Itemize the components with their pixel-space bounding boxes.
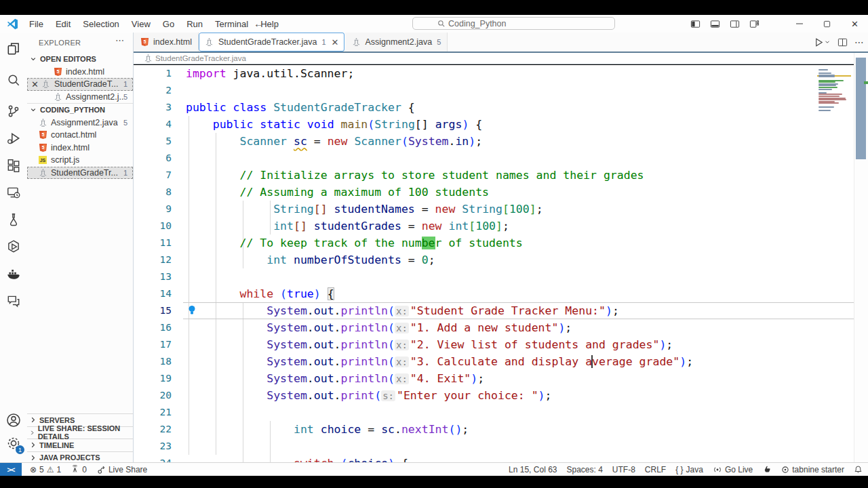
extensions-icon[interactable] [5,157,22,174]
run-debug-icon[interactable] [5,130,22,146]
code-line-20[interactable]: 20 System.out.print(s:"Enter your choice… [134,387,868,404]
tab-bar: 5index.html StudentGradeTracker.java 1 ✕… [134,33,868,52]
error-icon: ⊗ [30,465,37,474]
file-tree-item[interactable]: 5contact.html [27,129,133,142]
back-arrow[interactable]: ← [254,18,264,29]
code-line-1[interactable]: 1 import java.util.Scanner; [134,65,868,82]
code-editor[interactable]: 1 import java.util.Scanner; 2 3 public c… [134,65,868,462]
problems-status[interactable]: ⊗5 ⚠1 [30,465,61,474]
tab-index.html[interactable]: 5index.html [134,33,199,52]
menu-selection[interactable]: Selection [77,19,125,29]
code-line-22[interactable]: 22 int choice = sc.nextInt(); [134,421,868,438]
open-editor-item[interactable]: ✕ StudentGradeT... 1 [27,78,133,91]
code-line-14[interactable]: 14 while (true) { [134,285,868,302]
tabnine-hand-icon[interactable] [762,465,772,474]
menu-run[interactable]: Run [180,19,209,29]
go-live-button[interactable]: Go Live [713,465,753,474]
open-editor-item[interactable]: Assignment2.j... 5 [27,91,133,104]
search-icon[interactable] [5,72,22,88]
code-line-10[interactable]: 10 int[] studentGrades = new int[100]; [134,218,868,235]
file-tree-item[interactable]: 5index.html [27,142,133,155]
code-line-13[interactable]: 13 [134,268,868,285]
ports-status[interactable]: 0 [71,465,87,474]
run-java-button[interactable] [814,37,831,47]
close-icon[interactable]: ✕ [332,37,339,47]
folder-header[interactable]: CODING_PYTHON [27,103,133,117]
explorer-more-actions-icon[interactable]: ⋯ [115,35,125,45]
cursor-position[interactable]: Ln 15, Col 63 [509,465,557,474]
open-editor-item[interactable]: 5index.html [27,66,133,79]
section-live-share-session-details[interactable]: LIVE SHARE: SESSION DETAILS [27,426,133,439]
testing-icon[interactable] [5,211,22,228]
code-line-23[interactable]: 23 [134,438,868,455]
file-tree-item[interactable]: StudentGradeTr... 1 [27,167,133,180]
folder-file-list: Assignment2.java 5 5contact.html 5index.… [27,117,133,180]
remote-explorer-icon[interactable] [5,184,22,201]
code-line-6[interactable]: 6 [134,150,868,167]
tab-StudentGradeTracker.java[interactable]: StudentGradeTracker.java 1 ✕ [199,33,345,52]
tab-Assignment2.java[interactable]: Assignment2.java 5 [345,33,448,52]
code-line-3[interactable]: 3 public class StudentGradeTracker { [134,99,868,116]
code-line-19[interactable]: 19 System.out.println(x:"4. Exit"); [134,370,868,387]
tabnine-status[interactable]: tabnine starter [781,465,844,474]
file-tree-item[interactable]: Assignment2.java 5 [27,117,133,129]
menu-file[interactable]: File [23,19,50,29]
source-control-icon[interactable] [5,103,22,119]
code-line-11[interactable]: 11 // To keep track of the number of stu… [134,235,868,251]
menu-terminal[interactable]: Terminal [209,19,254,29]
breadcrumb[interactable]: StudentGradeTracker.java [134,53,868,64]
code-line-15[interactable]: 15 System.out.println(x:"Student Grade T… [134,302,868,319]
code-line-17[interactable]: 17 System.out.println(x:"2. View list of… [134,336,868,353]
scrollbar-thumb[interactable] [856,58,866,159]
code-line-7[interactable]: 7 // Initialize arrays to store student … [134,167,868,184]
indentation[interactable]: Spaces: 4 [566,465,602,474]
hexagon-run-icon[interactable] [5,239,22,255]
command-search-box[interactable] [412,17,615,30]
code-line-2[interactable]: 2 [134,82,868,99]
accounts-icon[interactable] [5,412,22,428]
menu-go[interactable]: Go [157,19,180,29]
eol-sequence[interactable]: CRLF [645,465,666,474]
mouse-ibeam-cursor [591,355,593,368]
code-line-4[interactable]: 4 public static void main(String[] args)… [134,116,868,133]
editor-scrollbar[interactable] [854,53,868,462]
encoding[interactable]: UTF-8 [612,465,635,474]
minimize-icon[interactable] [794,19,804,29]
live-share-status[interactable]: Live Share [96,465,147,474]
live-share-comments-icon[interactable] [5,293,22,309]
lightbulb-icon[interactable] [188,305,196,315]
line-number: 13 [134,268,172,285]
open-editors-header[interactable]: OPEN EDITORS [27,53,133,66]
code-line-18[interactable]: 18 System.out.println(x:"3. Calculate an… [134,353,868,370]
notifications-bell-icon[interactable] [854,465,863,474]
close-icon[interactable]: ✕ [31,79,39,89]
split-editor-icon[interactable] [837,37,848,47]
close-window-icon[interactable]: ✕ [850,19,860,29]
explorer-icon[interactable] [5,41,22,57]
toggle-panel-icon[interactable] [710,19,720,29]
forward-arrow[interactable]: → [270,18,280,29]
menu-edit[interactable]: Edit [50,19,77,29]
code-line-16[interactable]: 16 System.out.println(x:"1. Add a new st… [134,319,868,336]
code-line-21[interactable]: 21 [134,404,868,421]
maximize-icon[interactable] [822,19,832,29]
language-mode[interactable]: { }Java [675,465,703,474]
code-line-8[interactable]: 8 // Assuming a maximum of 100 students [134,184,868,201]
minimap[interactable] [817,66,851,188]
more-actions-icon[interactable]: ⋯ [854,37,864,47]
minimap-line [818,81,835,83]
settings-icon[interactable]: 1 [5,435,22,451]
code-line-12[interactable]: 12 int numberOfStudents = 0; [134,251,868,268]
remote-indicator[interactable]: >< [0,463,22,476]
search-input[interactable] [448,19,584,28]
menu-view[interactable]: View [125,19,157,29]
toggle-sidebar-icon[interactable] [690,19,701,29]
customize-layout-icon[interactable] [749,19,760,29]
docker-icon[interactable] [5,266,22,282]
file-tree-item[interactable]: JSscript.js [27,154,133,167]
code-line-24[interactable]: 24 switch (choice) { [134,455,868,462]
code-line-5[interactable]: 5 Scanner sc = new Scanner(System.in); [134,133,868,150]
toggle-secondary-sidebar-icon[interactable] [730,19,740,29]
line-number: 10 [134,218,172,235]
code-line-9[interactable]: 9 String[] studentNames = new String[100… [134,201,868,218]
